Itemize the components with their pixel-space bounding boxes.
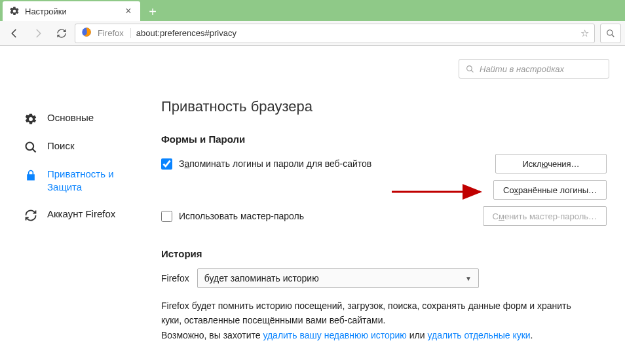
svg-point-3 [26, 143, 34, 151]
change-master-password-button: Сменить мастер-пароль… [483, 206, 607, 226]
sidebar-item-label: Приватность и Защита [47, 168, 143, 194]
firefox-icon [81, 26, 92, 41]
tab-active[interactable]: Настройки × [3, 1, 140, 21]
sidebar-item-account[interactable]: Аккаунт Firefox [24, 201, 151, 229]
tab-title: Настройки [25, 7, 123, 16]
search-button[interactable] [600, 24, 621, 43]
gear-icon [9, 6, 20, 16]
sidebar-item-privacy[interactable]: Приватность и Защита [24, 161, 151, 201]
url-bar[interactable]: Firefox about:preferences#privacy ☆ [75, 24, 595, 43]
gear-icon [24, 112, 38, 126]
nav-toolbar: Firefox about:preferences#privacy ☆ [0, 21, 625, 46]
sync-icon [24, 208, 38, 223]
search-icon [24, 140, 38, 155]
sidebar-item-label: Аккаунт Firefox [47, 208, 115, 221]
sidebar-item-search[interactable]: Поиск [24, 133, 151, 161]
reload-button[interactable] [51, 23, 72, 44]
remember-logins-checkbox[interactable] [161, 158, 172, 170]
sidebar-item-label: Основные [47, 111, 94, 124]
master-password-checkbox[interactable] [161, 211, 172, 222]
bookmark-star-icon[interactable]: ☆ [580, 27, 589, 39]
settings-sidebar: Основные Поиск Приватность и Защита Акка… [0, 58, 151, 364]
section-heading: Формы и Пароли [161, 134, 607, 145]
forward-button[interactable] [28, 23, 48, 44]
history-mode-select[interactable]: будет запоминать историю ▼ [197, 268, 479, 288]
clear-cookies-link[interactable]: удалить отдельные куки [427, 330, 530, 340]
history-prefix: Firefox [161, 273, 189, 283]
section-heading: История [161, 248, 607, 259]
sidebar-item-general[interactable]: Основные [24, 105, 151, 133]
close-icon[interactable]: × [123, 6, 134, 16]
chevron-down-icon: ▼ [465, 275, 472, 282]
history-description-2: Возможно, вы захотите удалить вашу недав… [161, 328, 580, 342]
master-password-label: Использовать мастер-пароль [179, 211, 304, 221]
page-title: Приватность браузера [161, 98, 607, 115]
history-section: История Firefox будет запоминать историю… [161, 248, 607, 342]
url-text: about:preferences#privacy [136, 28, 575, 38]
exceptions-button[interactable]: Исключения… [495, 154, 607, 173]
clear-history-link[interactable]: удалить вашу недавнюю историю [263, 330, 406, 340]
history-mode-value: будет запоминать историю [204, 273, 319, 283]
sidebar-item-label: Поиск [47, 139, 75, 153]
lock-icon [24, 168, 38, 183]
tab-strip: Настройки × + [0, 0, 625, 21]
remember-logins-label: Запоминать логины и пароли для веб-сайто… [179, 158, 371, 169]
main-panel: Приватность браузера Формы и Пароли Запо… [151, 58, 625, 364]
saved-logins-button[interactable]: Сохранённые логины… [493, 180, 607, 200]
svg-point-1 [607, 29, 613, 35]
new-tab-button[interactable]: + [143, 3, 162, 21]
back-button[interactable] [4, 23, 25, 44]
forms-passwords-section: Формы и Пароли Запоминать логины и парол… [161, 134, 607, 226]
url-brand: Firefox [98, 28, 131, 38]
history-description-1: Firefox будет помнить историю посещений,… [161, 299, 580, 328]
